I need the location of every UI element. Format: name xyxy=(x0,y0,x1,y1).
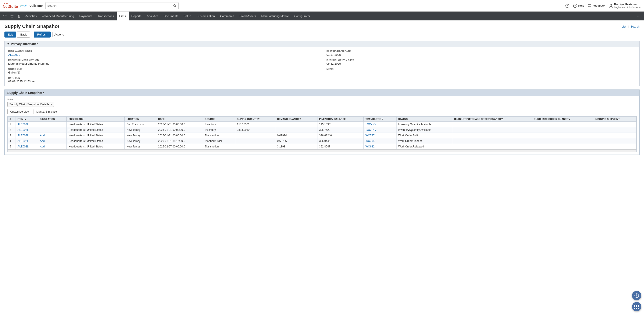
table-cell xyxy=(452,144,532,150)
back-button[interactable]: Back xyxy=(17,32,30,38)
table-cell[interactable]: ALE002L xyxy=(16,133,38,138)
table-cell-link[interactable]: LOC-INV xyxy=(366,123,376,126)
table-cell-link[interactable]: Add xyxy=(40,134,45,137)
view-select-chevron: ▾ xyxy=(50,102,52,106)
table-cell-link[interactable]: ALE002L xyxy=(18,123,28,126)
snapshot-section-header: Supply Chain Snapshot • xyxy=(4,90,640,96)
primary-info-section-header[interactable]: ▼ Primary Information xyxy=(4,41,640,47)
nav-item-commerce[interactable]: Commerce xyxy=(218,12,237,20)
nav-item-manufacturing-mobile[interactable]: Manufacturing Mobile xyxy=(258,12,292,20)
toolbar: Edit Back Refresh Actions xyxy=(4,32,640,38)
nav-item-customization[interactable]: Customization xyxy=(194,12,218,20)
horizontal-scrollbar[interactable] xyxy=(8,150,636,152)
user-role: Logiframe - Administrator xyxy=(614,6,641,9)
table-cell-link[interactable]: ALE002L xyxy=(18,134,28,137)
history-button[interactable] xyxy=(565,4,570,8)
table-cell: 2025-01-31 00:00:00.0 xyxy=(156,133,203,138)
table-cell-link[interactable]: LOC-INV xyxy=(366,128,376,132)
table-cell[interactable]: WO704 xyxy=(364,138,396,144)
table-scroll-wrap[interactable]: # ITEM ▲ SIMULATION SUBSIDIARY LOCATION … xyxy=(7,116,637,152)
page-actions: List | Search xyxy=(622,25,640,28)
info-col-left: ITEM NAME/NUMBER ALE002L REPLENISHMENT M… xyxy=(8,50,318,83)
table-row: 3ALE002LAddHeadquarters : United StatesN… xyxy=(8,133,636,138)
nav-item-documents[interactable]: Documents xyxy=(161,12,181,20)
table-cell-link[interactable]: WO737 xyxy=(366,134,374,137)
help-button[interactable]: ? Help xyxy=(573,4,584,8)
svg-text:?: ? xyxy=(574,4,576,7)
table-cell[interactable]: ALE002L xyxy=(16,122,38,127)
table-cell-link[interactable]: ALE002L xyxy=(18,128,28,132)
table-cell-link[interactable]: WO682 xyxy=(366,145,374,148)
table-cell[interactable]: Add xyxy=(38,138,67,144)
list-link[interactable]: List xyxy=(622,25,626,28)
nav-item-transactions[interactable]: Transactions xyxy=(95,12,117,20)
nav-item-analytics[interactable]: Analytics xyxy=(144,12,161,20)
logo-area: ORACLE NetSuite logiframe xyxy=(3,2,43,9)
table-cell: Transaction xyxy=(203,144,235,150)
table-cell: Inventory:Quantity Available xyxy=(396,127,452,133)
table-cell xyxy=(235,138,275,144)
table-cell[interactable]: Add xyxy=(38,144,67,150)
table-cell: 2025-02-07 00:00:00.0 xyxy=(156,144,203,150)
user-menu[interactable]: Raditya Pratama Logiframe - Administrato… xyxy=(609,3,641,9)
refresh-button[interactable]: Refresh xyxy=(34,32,51,38)
table-cell[interactable]: LOC-INV xyxy=(364,122,396,127)
table-cell: Headquarters : United States xyxy=(67,127,124,133)
info-col-right: PAST HORIZON DATE 01/17/2025 FUTURE HORI… xyxy=(326,50,636,83)
table-cell[interactable]: ALE002L xyxy=(16,127,38,133)
nav-item-configurator[interactable]: Configurator xyxy=(292,12,313,20)
view-select-value: Supply Chain Snapshot Details xyxy=(9,102,49,106)
date-run-label: DATE RUN xyxy=(8,77,318,79)
actions-label: Actions xyxy=(54,33,64,36)
table-cell-link[interactable]: Add xyxy=(40,140,45,142)
col-status: STATUS xyxy=(396,116,452,122)
table-cell xyxy=(532,127,593,133)
search-bar[interactable] xyxy=(45,2,178,9)
table-cell[interactable]: WO737 xyxy=(364,133,396,138)
feedback-button[interactable]: Feedback xyxy=(588,4,605,8)
table-cell xyxy=(38,122,67,127)
table-cell[interactable]: LOC-INV xyxy=(364,127,396,133)
table-cell-link[interactable]: Add xyxy=(40,145,45,148)
table-cell[interactable]: ALE002L xyxy=(16,138,38,144)
table-cell xyxy=(532,122,593,127)
nav-item-setup[interactable]: Setup xyxy=(181,12,194,20)
col-date: DATE xyxy=(156,116,203,122)
table-cell-link[interactable]: ALE002L xyxy=(18,145,28,148)
nav-item-activities[interactable]: Activities xyxy=(23,12,39,20)
nav-star-icon[interactable] xyxy=(8,12,16,20)
snapshot-body: VIEW Supply Chain Snapshot Details ▾ Cus… xyxy=(4,96,640,155)
item-name-link[interactable]: ALE002L xyxy=(8,53,20,56)
col-item[interactable]: ITEM ▲ xyxy=(16,116,38,122)
view-select[interactable]: Supply Chain Snapshot Details ▾ xyxy=(7,102,54,107)
past-horizon-field: PAST HORIZON DATE 01/17/2025 xyxy=(326,50,636,56)
nav-bar: Activities Advanced Manufacturing Paymen… xyxy=(0,12,644,20)
nav-item-reports[interactable]: Reports xyxy=(128,12,144,20)
refresh-icon xyxy=(3,14,7,18)
date-run-value: 02/01/2025 12:53 am xyxy=(8,80,318,83)
nav-item-lists[interactable]: Lists xyxy=(117,12,128,20)
col-source: SOURCE xyxy=(203,116,235,122)
table-cell[interactable]: WO682 xyxy=(364,144,396,150)
replenishment-value: Material Requirements Planning xyxy=(8,62,318,65)
table-row: 2ALE002LHeadquarters : United StatesNew … xyxy=(8,127,636,133)
customize-view-button[interactable]: Customize View xyxy=(7,109,32,114)
search-link[interactable]: Search xyxy=(630,25,640,28)
table-cell[interactable]: ALE002L xyxy=(16,144,38,150)
table-cell-link[interactable]: ALE002L xyxy=(18,140,28,142)
table-cell xyxy=(452,138,532,144)
nav-item-advanced-manufacturing[interactable]: Advanced Manufacturing xyxy=(39,12,77,20)
table-cell[interactable]: Add xyxy=(38,133,67,138)
table-cell-link[interactable]: WO704 xyxy=(366,140,374,142)
nav-item-fixed-assets[interactable]: Fixed Assets xyxy=(237,12,258,20)
edit-button[interactable]: Edit xyxy=(4,32,16,38)
search-input[interactable] xyxy=(47,4,173,7)
nav-item-payments[interactable]: Payments xyxy=(77,12,95,20)
table-cell xyxy=(452,122,532,127)
nav-home-icon[interactable] xyxy=(16,12,23,20)
table-cell: Transaction xyxy=(203,133,235,138)
manual-simulation-button[interactable]: Manual Simulation xyxy=(34,109,61,114)
nav-refresh-icon[interactable] xyxy=(1,12,8,20)
nav-more-button[interactable]: ··· xyxy=(635,12,643,20)
table-cell: 5 xyxy=(8,144,16,150)
